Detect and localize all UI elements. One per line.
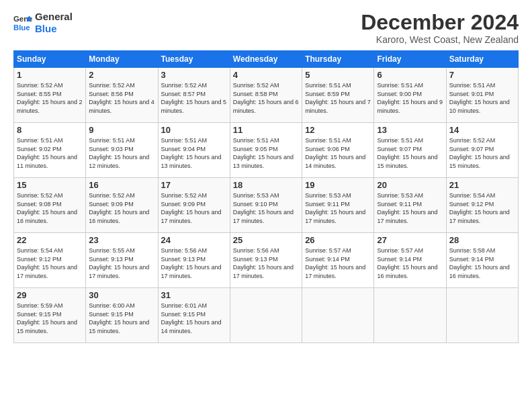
table-cell: 7 Sunrise: 5:51 AMSunset: 9:01 PMDayligh…: [446, 68, 518, 123]
day-number: 22: [17, 235, 83, 245]
table-cell: [302, 288, 374, 343]
day-number: 21: [449, 180, 515, 190]
cell-info: Sunrise: 5:52 AMSunset: 8:58 PMDaylight:…: [233, 82, 299, 114]
week-row-2: 8 Sunrise: 5:51 AMSunset: 9:02 PMDayligh…: [14, 123, 519, 178]
table-cell: 26 Sunrise: 5:57 AMSunset: 9:14 PMDaylig…: [302, 233, 374, 288]
logo-line2: Blue: [35, 23, 73, 35]
table-cell: 18 Sunrise: 5:53 AMSunset: 9:10 PMDaylig…: [230, 178, 302, 233]
table-cell: 5 Sunrise: 5:51 AMSunset: 8:59 PMDayligh…: [302, 68, 374, 123]
table-cell: 8 Sunrise: 5:51 AMSunset: 9:02 PMDayligh…: [14, 123, 86, 178]
day-number: 30: [89, 290, 154, 300]
cell-info: Sunrise: 5:51 AMSunset: 9:07 PMDaylight:…: [377, 137, 437, 169]
day-number: 31: [161, 290, 227, 300]
week-row-1: 1 Sunrise: 5:52 AMSunset: 8:55 PMDayligh…: [14, 68, 519, 123]
table-cell: 24 Sunrise: 5:56 AMSunset: 9:13 PMDaylig…: [158, 233, 230, 288]
table-cell: 10 Sunrise: 5:51 AMSunset: 9:04 PMDaylig…: [158, 123, 230, 178]
day-number: 4: [233, 70, 299, 80]
cell-info: Sunrise: 5:51 AMSunset: 9:04 PMDaylight:…: [161, 137, 222, 169]
cell-info: Sunrise: 5:54 AMSunset: 9:12 PMDaylight:…: [17, 247, 77, 279]
day-number: 19: [305, 180, 371, 190]
table-cell: 11 Sunrise: 5:51 AMSunset: 9:05 PMDaylig…: [230, 123, 302, 178]
table-cell: 25 Sunrise: 5:56 AMSunset: 9:13 PMDaylig…: [230, 233, 302, 288]
cell-info: Sunrise: 5:55 AMSunset: 9:13 PMDaylight:…: [89, 247, 149, 279]
cell-info: Sunrise: 5:56 AMSunset: 9:13 PMDaylight:…: [161, 247, 222, 279]
cell-info: Sunrise: 5:51 AMSunset: 8:59 PMDaylight:…: [305, 82, 371, 114]
day-number: 7: [449, 70, 515, 80]
table-cell: 23 Sunrise: 5:55 AMSunset: 9:13 PMDaylig…: [86, 233, 158, 288]
logo-line1: General: [35, 11, 73, 23]
cell-info: Sunrise: 5:52 AMSunset: 9:07 PMDaylight:…: [449, 137, 510, 169]
week-row-4: 22 Sunrise: 5:54 AMSunset: 9:12 PMDaylig…: [14, 233, 519, 288]
cell-info: Sunrise: 5:52 AMSunset: 9:09 PMDaylight:…: [89, 192, 149, 224]
logo-icon: General Blue: [13, 13, 32, 32]
table-cell: 20 Sunrise: 5:53 AMSunset: 9:11 PMDaylig…: [374, 178, 446, 233]
table-cell: 16 Sunrise: 5:52 AMSunset: 9:09 PMDaylig…: [86, 178, 158, 233]
col-friday: Friday: [374, 51, 446, 68]
cell-info: Sunrise: 5:53 AMSunset: 9:10 PMDaylight:…: [233, 192, 294, 224]
day-number: 10: [161, 125, 227, 135]
day-number: 24: [161, 235, 227, 245]
cell-info: Sunrise: 5:51 AMSunset: 9:06 PMDaylight:…: [305, 137, 365, 169]
day-number: 28: [449, 235, 515, 245]
cell-info: Sunrise: 5:51 AMSunset: 9:03 PMDaylight:…: [89, 137, 149, 169]
cell-info: Sunrise: 5:59 AMSunset: 9:15 PMDaylight:…: [17, 302, 77, 334]
cell-info: Sunrise: 5:52 AMSunset: 8:55 PMDaylight:…: [17, 82, 83, 114]
logo: General Blue General Blue: [13, 11, 73, 35]
day-number: 8: [17, 125, 83, 135]
cell-info: Sunrise: 6:00 AMSunset: 9:15 PMDaylight:…: [89, 302, 149, 334]
table-cell: 9 Sunrise: 5:51 AMSunset: 9:03 PMDayligh…: [86, 123, 158, 178]
day-number: 18: [233, 180, 299, 190]
header-row: Sunday Monday Tuesday Wednesday Thursday…: [14, 51, 519, 68]
table-cell: 21 Sunrise: 5:54 AMSunset: 9:12 PMDaylig…: [446, 178, 518, 233]
cell-info: Sunrise: 5:53 AMSunset: 9:11 PMDaylight:…: [305, 192, 365, 224]
cell-info: Sunrise: 5:52 AMSunset: 8:56 PMDaylight:…: [89, 82, 154, 114]
day-number: 15: [17, 180, 83, 190]
day-number: 6: [377, 70, 443, 80]
table-cell: 31 Sunrise: 6:01 AMSunset: 9:15 PMDaylig…: [158, 288, 230, 343]
table-cell: [374, 288, 446, 343]
table-cell: 27 Sunrise: 5:57 AMSunset: 9:14 PMDaylig…: [374, 233, 446, 288]
col-saturday: Saturday: [446, 51, 518, 68]
cell-info: Sunrise: 5:52 AMSunset: 9:09 PMDaylight:…: [161, 192, 222, 224]
day-number: 1: [17, 70, 83, 80]
cell-info: Sunrise: 5:52 AMSunset: 9:08 PMDaylight:…: [17, 192, 77, 224]
day-number: 2: [89, 70, 154, 80]
table-cell: 22 Sunrise: 5:54 AMSunset: 9:12 PMDaylig…: [14, 233, 86, 288]
table-cell: 6 Sunrise: 5:51 AMSunset: 9:00 PMDayligh…: [374, 68, 446, 123]
table-cell: 3 Sunrise: 5:52 AMSunset: 8:57 PMDayligh…: [158, 68, 230, 123]
day-number: 11: [233, 125, 299, 135]
day-number: 3: [161, 70, 227, 80]
table-cell: 15 Sunrise: 5:52 AMSunset: 9:08 PMDaylig…: [14, 178, 86, 233]
day-number: 26: [305, 235, 371, 245]
table-cell: 19 Sunrise: 5:53 AMSunset: 9:11 PMDaylig…: [302, 178, 374, 233]
cell-info: Sunrise: 5:57 AMSunset: 9:14 PMDaylight:…: [305, 247, 365, 279]
title-block: December 2024 Karoro, West Coast, New Ze…: [361, 11, 519, 45]
table-cell: 29 Sunrise: 5:59 AMSunset: 9:15 PMDaylig…: [14, 288, 86, 343]
col-wednesday: Wednesday: [230, 51, 302, 68]
table-cell: [446, 288, 518, 343]
cell-info: Sunrise: 5:53 AMSunset: 9:11 PMDaylight:…: [377, 192, 437, 224]
week-row-5: 29 Sunrise: 5:59 AMSunset: 9:15 PMDaylig…: [14, 288, 519, 343]
day-number: 16: [89, 180, 154, 190]
day-number: 14: [449, 125, 515, 135]
table-cell: 30 Sunrise: 6:00 AMSunset: 9:15 PMDaylig…: [86, 288, 158, 343]
day-number: 25: [233, 235, 299, 245]
day-number: 9: [89, 125, 154, 135]
col-thursday: Thursday: [302, 51, 374, 68]
table-cell: 13 Sunrise: 5:51 AMSunset: 9:07 PMDaylig…: [374, 123, 446, 178]
day-number: 29: [17, 290, 83, 300]
day-number: 27: [377, 235, 443, 245]
cell-info: Sunrise: 5:56 AMSunset: 9:13 PMDaylight:…: [233, 247, 294, 279]
day-number: 5: [305, 70, 371, 80]
table-cell: 4 Sunrise: 5:52 AMSunset: 8:58 PMDayligh…: [230, 68, 302, 123]
table-cell: 12 Sunrise: 5:51 AMSunset: 9:06 PMDaylig…: [302, 123, 374, 178]
col-sunday: Sunday: [14, 51, 86, 68]
table-cell: 1 Sunrise: 5:52 AMSunset: 8:55 PMDayligh…: [14, 68, 86, 123]
cell-info: Sunrise: 6:01 AMSunset: 9:15 PMDaylight:…: [161, 302, 222, 334]
cell-info: Sunrise: 5:58 AMSunset: 9:14 PMDaylight:…: [449, 247, 510, 279]
cell-info: Sunrise: 5:57 AMSunset: 9:14 PMDaylight:…: [377, 247, 437, 279]
page: General Blue General Blue December 2024 …: [0, 0, 532, 411]
cell-info: Sunrise: 5:54 AMSunset: 9:12 PMDaylight:…: [449, 192, 510, 224]
svg-text:Blue: Blue: [13, 24, 30, 32]
day-number: 13: [377, 125, 443, 135]
